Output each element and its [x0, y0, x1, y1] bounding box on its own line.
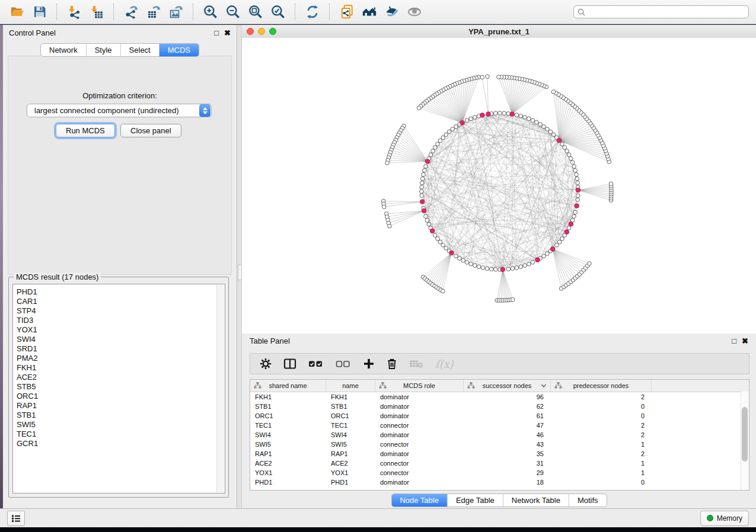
mcds-node[interactable] [500, 267, 505, 272]
network-node[interactable] [424, 214, 428, 219]
mcds-result-item[interactable]: FKH1 [13, 363, 225, 373]
zoom-out-icon[interactable] [225, 4, 241, 20]
network-node[interactable] [565, 149, 569, 153]
open-file-icon[interactable] [9, 4, 25, 20]
tab-network[interactable]: Network [41, 44, 86, 56]
network-node[interactable] [438, 240, 442, 244]
tab-select[interactable]: Select [120, 44, 159, 56]
mcds-node[interactable] [557, 138, 562, 143]
network-node[interactable] [546, 127, 550, 132]
zoom-in-icon[interactable] [203, 4, 218, 20]
memory-button[interactable]: Memory [700, 511, 749, 526]
mcds-node[interactable] [449, 251, 454, 255]
network-node[interactable] [511, 267, 515, 271]
table-cell[interactable]: FKH1 [250, 392, 326, 402]
tab-mcds[interactable]: MCDS [159, 44, 199, 56]
network-node[interactable] [573, 210, 578, 214]
home-networks-icon[interactable] [362, 4, 377, 20]
mcds-node[interactable] [422, 209, 426, 213]
network-node[interactable] [420, 194, 424, 198]
network-leaf-node[interactable] [385, 161, 390, 165]
table-row[interactable]: ORC1ORC1dominator610 [250, 411, 749, 421]
network-node[interactable] [433, 146, 437, 150]
import-table-icon[interactable] [89, 4, 104, 20]
tab-edge-table[interactable]: Edge Table [447, 494, 503, 507]
table-row[interactable]: ACE2ACE2connector311 [250, 459, 749, 468]
table-row[interactable]: SWI4SWI4dominator462 [250, 430, 749, 440]
network-node[interactable] [567, 226, 571, 230]
mcds-list-scrollbar[interactable] [216, 285, 224, 492]
network-leaf-node[interactable] [609, 182, 613, 186]
table-cell[interactable]: dominator [375, 402, 464, 411]
table-cell[interactable]: 31 [464, 459, 551, 468]
column-header-name[interactable]: name [326, 380, 375, 392]
table-cell[interactable]: TEC1 [326, 421, 375, 430]
select-all-icon[interactable] [308, 359, 324, 368]
network-node[interactable] [527, 117, 531, 121]
mcds-result-item[interactable]: TEC1 [13, 430, 225, 439]
table-cell[interactable]: dominator [375, 449, 464, 459]
network-node[interactable] [420, 185, 424, 190]
import-network-icon[interactable] [66, 4, 82, 20]
network-node[interactable] [572, 214, 576, 219]
tab-motifs[interactable]: Motifs [569, 494, 607, 507]
network-node[interactable] [444, 133, 448, 137]
network-node[interactable] [563, 146, 567, 150]
vertical-splitter[interactable] [237, 25, 242, 508]
network-node[interactable] [557, 240, 562, 244]
mcds-node[interactable] [486, 112, 491, 117]
table-row[interactable]: STB1STB1dominator620 [250, 402, 749, 411]
column-header-predecessor-nodes[interactable]: predecessor nodes [551, 380, 652, 392]
network-node[interactable] [573, 168, 578, 172]
table-cell[interactable]: connector [375, 440, 464, 449]
table-cell[interactable]: RAP1 [250, 449, 326, 459]
table-cell[interactable]: YOX1 [250, 468, 326, 477]
mcds-result-item[interactable]: GCR1 [13, 439, 225, 448]
network-leaf-node[interactable] [441, 289, 445, 293]
column-header-successor-nodes[interactable]: successor nodes [464, 380, 551, 392]
mcds-result-item[interactable]: SWI4 [13, 335, 225, 344]
network-node[interactable] [425, 219, 429, 223]
network-node[interactable] [538, 123, 543, 127]
mcds-result-item[interactable]: STB5 [13, 382, 225, 392]
table-cell[interactable]: YOX1 [326, 468, 375, 477]
network-node[interactable] [441, 136, 445, 140]
column-header-shared-name[interactable]: shared name [250, 380, 326, 392]
network-node[interactable] [506, 267, 511, 271]
table-cell[interactable]: ACE2 [250, 459, 326, 468]
table-cell[interactable]: ORC1 [326, 411, 375, 421]
network-node[interactable] [473, 264, 477, 268]
table-cell[interactable]: 0 [551, 402, 652, 411]
table-row[interactable]: FKH1FKH1dominator962 [250, 392, 749, 402]
mcds-result-item[interactable]: PHD1 [13, 284, 225, 297]
table-cell[interactable]: PHD1 [326, 477, 375, 487]
network-node[interactable] [438, 139, 442, 143]
network-node[interactable] [576, 194, 580, 198]
network-node[interactable] [535, 120, 539, 124]
mcds-node[interactable] [535, 258, 540, 262]
mcds-result-item[interactable]: ORC1 [13, 392, 225, 401]
graphics-details-icon[interactable] [384, 4, 400, 20]
zoom-selected-icon[interactable] [270, 4, 286, 20]
network-node[interactable] [519, 114, 523, 118]
table-cell[interactable]: TEC1 [250, 421, 326, 430]
network-node[interactable] [431, 149, 435, 153]
birdseye-view-icon[interactable] [407, 4, 422, 20]
network-node[interactable] [570, 161, 575, 165]
mcds-result-list[interactable]: PHD1CAR1STP4TID3YOX1SWI4SRD1PMA2FKH1ACE2… [12, 284, 225, 493]
network-node[interactable] [444, 246, 448, 251]
table-cell[interactable]: 43 [464, 440, 551, 449]
table-cell[interactable]: 1 [551, 440, 652, 449]
network-node[interactable] [436, 237, 440, 241]
table-cell[interactable]: 0 [551, 411, 652, 421]
criterion-dropdown[interactable]: largest connected component (undirected) [27, 104, 212, 117]
save-session-icon[interactable] [32, 4, 47, 20]
network-node[interactable] [477, 265, 481, 269]
network-leaf-node[interactable] [417, 106, 421, 110]
network-node[interactable] [567, 153, 571, 157]
float-panel-icon[interactable]: □ [214, 29, 219, 37]
table-cell[interactable]: dominator [375, 477, 464, 487]
table-cell[interactable]: 0 [551, 477, 652, 487]
mcds-node[interactable] [510, 112, 515, 117]
network-node[interactable] [485, 267, 489, 271]
